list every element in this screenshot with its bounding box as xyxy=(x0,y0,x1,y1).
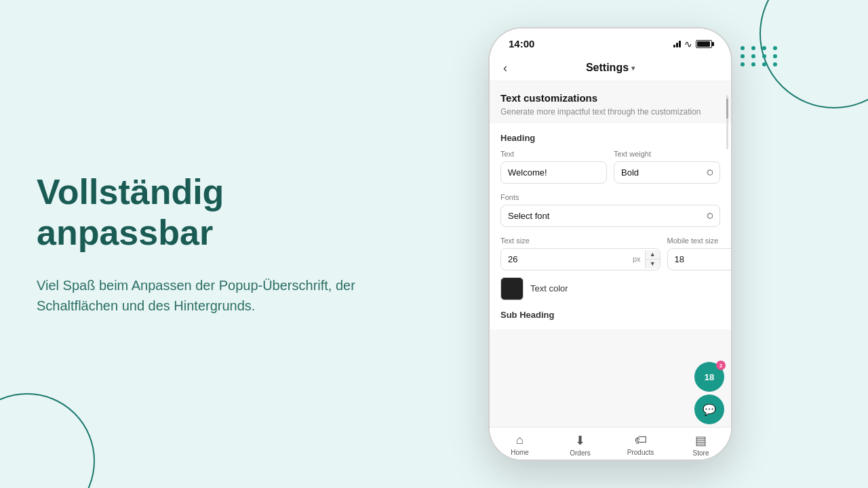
left-content: Vollständig anpassbar Viel Spaß beim Anp… xyxy=(37,172,376,316)
app-header: ‹ Settings ▾ xyxy=(490,55,731,81)
fonts-label: Fonts xyxy=(500,193,720,201)
sub-heading-label: Sub Heading xyxy=(500,306,720,320)
text-color-swatch[interactable] xyxy=(500,277,524,300)
decoration-dots xyxy=(741,46,780,66)
text-size-wrap: Text size px ▲ ▼ xyxy=(500,237,660,270)
nav-item-store[interactable]: ▤ Store xyxy=(671,428,731,460)
stepper-down-button[interactable]: ▼ xyxy=(646,260,660,268)
bottom-nav: ⌂ Home ⬇ Orders 🏷 Products ▤ Store xyxy=(490,427,731,460)
font-select-wrapper: Select font ⬡ xyxy=(500,205,720,227)
orders-icon: ⬇ xyxy=(575,433,585,448)
text-input[interactable] xyxy=(500,161,607,184)
text-label: Text xyxy=(500,150,607,158)
section-header: Text customizations Generate more impact… xyxy=(490,81,731,123)
nav-label-store: Store xyxy=(693,449,709,457)
fab-primary-button[interactable]: 18 2 xyxy=(694,362,724,392)
header-chevron: ▾ xyxy=(631,64,635,72)
text-field-col: Text xyxy=(500,150,607,184)
nav-label-orders: Orders xyxy=(570,449,591,457)
fab-chat-button[interactable]: 💬 xyxy=(694,394,724,424)
mobile-text-size-label: Mobile text size xyxy=(667,237,731,245)
section-title: Text customizations xyxy=(500,92,720,104)
nav-item-products[interactable]: 🏷 Products xyxy=(610,428,671,460)
form-section: Heading Text Text weight Bold Normal xyxy=(490,123,731,329)
nav-label-home: Home xyxy=(511,449,529,456)
fab-badge: 2 xyxy=(716,361,726,370)
scroll-indicator xyxy=(726,95,728,149)
battery-icon xyxy=(696,40,712,48)
text-weight-row: Text Text weight Bold Normal Light ⬡ xyxy=(500,150,720,184)
text-size-input[interactable] xyxy=(501,249,629,270)
phone-mockup: 14:00 ∿ ‹ Settings ▾ xyxy=(488,27,732,461)
back-button[interactable]: ‹ xyxy=(503,61,507,75)
size-unit: px xyxy=(629,255,645,263)
nav-item-orders[interactable]: ⬇ Orders xyxy=(550,428,610,460)
nav-label-products: Products xyxy=(627,449,654,456)
font-select[interactable]: Select font xyxy=(500,205,720,227)
status-time: 14:00 xyxy=(509,38,534,49)
products-icon: 🏷 xyxy=(635,433,647,447)
phone-content: Text customizations Generate more impact… xyxy=(490,81,731,427)
text-size-label: Text size xyxy=(500,237,660,245)
decoration-circle-bottom-left xyxy=(0,393,95,488)
stepper-up-button[interactable]: ▲ xyxy=(646,250,660,259)
text-color-label: Text color xyxy=(530,283,568,293)
main-heading: Vollständig anpassbar xyxy=(37,172,376,253)
size-row: Text size px ▲ ▼ Mobile text siz xyxy=(500,237,720,270)
mobile-size-wrap: Mobile text size xyxy=(667,237,731,270)
nav-item-home[interactable]: ⌂ Home xyxy=(490,428,550,460)
section-subtitle: Generate more impactful text through the… xyxy=(500,106,720,118)
wifi-icon: ∿ xyxy=(684,39,692,49)
chat-icon: 💬 xyxy=(703,403,716,416)
status-icons: ∿ xyxy=(673,39,712,49)
fab-number: 18 xyxy=(705,372,714,382)
phone-frame: 14:00 ∿ ‹ Settings ▾ xyxy=(488,27,732,461)
text-weight-select[interactable]: Bold Normal Light xyxy=(614,161,720,184)
size-stepper: ▲ ▼ xyxy=(645,250,660,268)
text-weight-label: Text weight xyxy=(614,150,720,158)
mobile-text-size-input[interactable] xyxy=(667,248,731,270)
text-weight-select-wrapper: Bold Normal Light ⬡ xyxy=(614,161,720,184)
store-icon: ▤ xyxy=(695,433,707,448)
home-icon: ⌂ xyxy=(516,433,524,447)
sub-text: Viel Spaß beim Anpassen der Popup-Übersc… xyxy=(37,275,376,316)
status-bar: 14:00 ∿ xyxy=(490,28,731,55)
header-title: Settings ▾ xyxy=(586,62,635,74)
text-size-input-row: px ▲ ▼ xyxy=(500,248,660,270)
text-color-row: Text color xyxy=(500,277,720,300)
text-weight-col: Text weight Bold Normal Light ⬡ xyxy=(614,150,720,184)
fonts-section: Fonts Select font ⬡ xyxy=(500,193,720,227)
heading-group-label: Heading xyxy=(500,133,720,143)
signal-icon xyxy=(673,41,681,47)
